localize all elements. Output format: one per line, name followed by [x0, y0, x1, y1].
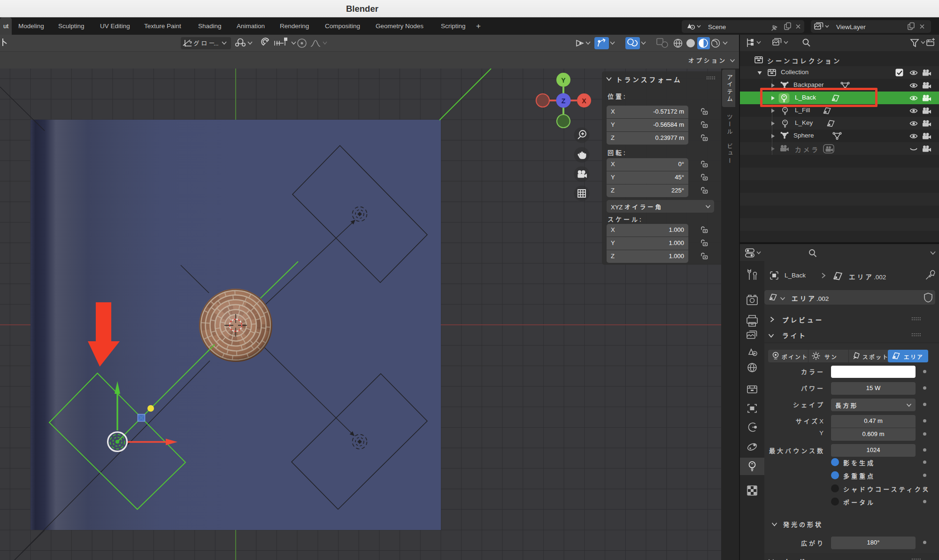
svg-text:...: ... [214, 40, 218, 47]
svg-text:X: X [582, 97, 586, 105]
svg-text:グロー: グロー [193, 40, 216, 47]
svg-text:ViewLayer: ViewLayer [836, 23, 866, 31]
svg-text:Z: Z [562, 97, 566, 105]
svg-text:Scene: Scene [708, 23, 726, 31]
svg-text:Y: Y [561, 77, 566, 84]
